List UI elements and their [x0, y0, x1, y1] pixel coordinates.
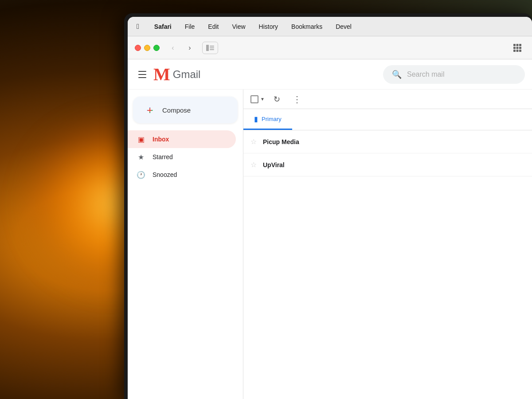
search-placeholder: Search mail [407, 70, 444, 78]
svg-rect-10 [513, 50, 516, 52]
traffic-lights [135, 45, 160, 51]
svg-rect-3 [210, 49, 214, 50]
svg-rect-7 [513, 47, 516, 49]
monitor-inner:  Safari File Edit View History Bookmark… [128, 17, 532, 399]
compose-plus-icon [144, 104, 156, 116]
svg-rect-11 [516, 50, 519, 52]
svg-rect-2 [210, 47, 214, 48]
checkbox-box [250, 95, 258, 103]
menubar:  Safari File Edit View History Bookmark… [128, 17, 532, 36]
maximize-button[interactable] [153, 45, 160, 51]
svg-rect-4 [513, 44, 516, 46]
monitor-frame:  Safari File Edit View History Bookmark… [124, 13, 532, 399]
gmail-screen: M Gmail 🔍 Search mail Compose [128, 59, 532, 399]
svg-rect-5 [516, 44, 519, 46]
sidebar-item-inbox[interactable]: ▣ Inbox [128, 130, 236, 148]
svg-rect-1 [210, 46, 214, 47]
devel-menu[interactable]: Devel [334, 22, 353, 31]
email-rows: ☆ Picup Media ☆ UpViral [243, 130, 532, 399]
select-checkbox[interactable]: ▼ [250, 95, 265, 103]
minimize-button[interactable] [144, 45, 150, 51]
safari-menu[interactable]: Safari [153, 22, 173, 31]
svg-rect-0 [206, 45, 209, 51]
snoozed-label: Snoozed [153, 171, 177, 178]
gmail-m-letter: M [153, 66, 169, 83]
star-icon: ★ [137, 153, 145, 161]
compose-label: Compose [162, 106, 191, 114]
star-button-1[interactable]: ☆ [250, 137, 257, 146]
svg-rect-12 [519, 50, 521, 52]
email-row[interactable]: ☆ Picup Media [243, 130, 532, 153]
gmail-body: Compose ▣ Inbox ★ Starred 🕐 Snooze [128, 90, 532, 399]
safari-toolbar: ‹ › [128, 36, 532, 59]
email-sender-1: Picup Media [263, 138, 325, 145]
edit-menu[interactable]: Edit [206, 22, 220, 31]
primary-tab-label: Primary [262, 116, 282, 122]
svg-rect-8 [516, 47, 519, 49]
email-row[interactable]: ☆ UpViral [243, 153, 532, 176]
sidebar-toggle-button[interactable] [202, 42, 218, 54]
email-list-area: ▼ ↻ ⋮ ▮ Primary [243, 90, 532, 399]
apple-menu[interactable]:  [135, 22, 141, 31]
compose-button[interactable]: Compose [133, 97, 238, 123]
tab-overview-button[interactable] [510, 42, 525, 54]
gmail-logo: M Gmail [153, 66, 200, 83]
inbox-icon: ▣ [137, 135, 145, 144]
file-menu[interactable]: File [183, 22, 197, 31]
sidebar-item-starred[interactable]: ★ Starred [128, 148, 236, 166]
forward-button[interactable]: › [184, 42, 196, 54]
gmail-text: Gmail [173, 68, 201, 81]
checkbox-dropdown-arrow[interactable]: ▼ [260, 97, 265, 102]
view-menu[interactable]: View [230, 22, 247, 31]
primary-tab[interactable]: ▮ Primary [243, 109, 292, 130]
search-area[interactable]: 🔍 Search mail [383, 65, 525, 84]
refresh-button[interactable]: ↻ [270, 93, 284, 106]
back-button[interactable]: ‹ [167, 42, 179, 54]
inbox-label: Inbox [153, 136, 169, 143]
svg-rect-6 [519, 44, 521, 46]
more-options-button[interactable]: ⋮ [289, 92, 305, 106]
starred-label: Starred [153, 153, 173, 160]
clock-icon: 🕐 [137, 171, 145, 179]
gmail-sidebar: Compose ▣ Inbox ★ Starred 🕐 Snooze [128, 90, 243, 399]
email-toolbar: ▼ ↻ ⋮ [243, 90, 532, 109]
sidebar-item-snoozed[interactable]: 🕐 Snoozed [128, 166, 236, 184]
category-tabs: ▮ Primary [243, 109, 532, 130]
primary-tab-icon: ▮ [254, 115, 258, 123]
svg-rect-9 [519, 47, 521, 49]
gmail-top-bar: M Gmail 🔍 Search mail [128, 59, 532, 90]
email-sender-2: UpViral [263, 161, 325, 168]
hamburger-menu[interactable] [135, 67, 150, 82]
screen:  Safari File Edit View History Bookmark… [128, 17, 532, 399]
close-button[interactable] [135, 45, 141, 51]
bookmarks-menu[interactable]: Bookmarks [289, 22, 324, 31]
history-menu[interactable]: History [257, 22, 280, 31]
search-icon: 🔍 [392, 70, 402, 79]
star-button-2[interactable]: ☆ [250, 160, 257, 169]
